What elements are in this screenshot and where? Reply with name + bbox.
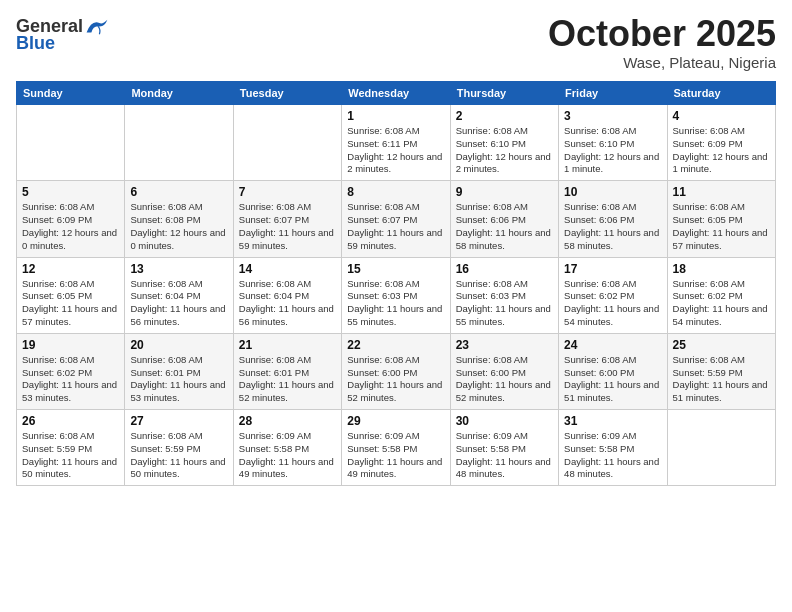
week-row-1: 5Sunrise: 6:08 AM Sunset: 6:09 PM Daylig… [17,181,776,257]
header-thursday: Thursday [450,82,558,105]
table-row: 29Sunrise: 6:09 AM Sunset: 5:58 PM Dayli… [342,410,450,486]
day-number: 28 [239,414,336,428]
table-row: 4Sunrise: 6:08 AM Sunset: 6:09 PM Daylig… [667,105,775,181]
day-number: 27 [130,414,227,428]
table-row: 13Sunrise: 6:08 AM Sunset: 6:04 PM Dayli… [125,257,233,333]
day-number: 8 [347,185,444,199]
day-info: Sunrise: 6:08 AM Sunset: 6:07 PM Dayligh… [239,201,336,252]
day-info: Sunrise: 6:08 AM Sunset: 6:02 PM Dayligh… [673,278,770,329]
calendar: Sunday Monday Tuesday Wednesday Thursday… [16,81,776,486]
table-row: 24Sunrise: 6:08 AM Sunset: 6:00 PM Dayli… [559,333,667,409]
day-number: 1 [347,109,444,123]
table-row: 25Sunrise: 6:08 AM Sunset: 5:59 PM Dayli… [667,333,775,409]
day-info: Sunrise: 6:08 AM Sunset: 6:01 PM Dayligh… [239,354,336,405]
table-row: 2Sunrise: 6:08 AM Sunset: 6:10 PM Daylig… [450,105,558,181]
day-info: Sunrise: 6:08 AM Sunset: 6:00 PM Dayligh… [456,354,553,405]
day-number: 23 [456,338,553,352]
week-row-4: 26Sunrise: 6:08 AM Sunset: 5:59 PM Dayli… [17,410,776,486]
day-number: 6 [130,185,227,199]
table-row: 6Sunrise: 6:08 AM Sunset: 6:08 PM Daylig… [125,181,233,257]
day-number: 19 [22,338,119,352]
table-row: 16Sunrise: 6:08 AM Sunset: 6:03 PM Dayli… [450,257,558,333]
header-wednesday: Wednesday [342,82,450,105]
day-number: 13 [130,262,227,276]
table-row: 19Sunrise: 6:08 AM Sunset: 6:02 PM Dayli… [17,333,125,409]
logo-blue: Blue [16,33,55,54]
day-info: Sunrise: 6:08 AM Sunset: 5:59 PM Dayligh… [130,430,227,481]
table-row: 20Sunrise: 6:08 AM Sunset: 6:01 PM Dayli… [125,333,233,409]
day-number: 12 [22,262,119,276]
table-row: 21Sunrise: 6:08 AM Sunset: 6:01 PM Dayli… [233,333,341,409]
week-row-2: 12Sunrise: 6:08 AM Sunset: 6:05 PM Dayli… [17,257,776,333]
table-row: 7Sunrise: 6:08 AM Sunset: 6:07 PM Daylig… [233,181,341,257]
day-info: Sunrise: 6:08 AM Sunset: 6:02 PM Dayligh… [22,354,119,405]
header-monday: Monday [125,82,233,105]
day-info: Sunrise: 6:08 AM Sunset: 6:06 PM Dayligh… [564,201,661,252]
table-row [233,105,341,181]
table-row: 8Sunrise: 6:08 AM Sunset: 6:07 PM Daylig… [342,181,450,257]
page: General Blue October 2025 Wase, Plateau,… [0,0,792,612]
weekday-header-row: Sunday Monday Tuesday Wednesday Thursday… [17,82,776,105]
day-info: Sunrise: 6:08 AM Sunset: 6:00 PM Dayligh… [564,354,661,405]
day-number: 26 [22,414,119,428]
day-number: 25 [673,338,770,352]
day-info: Sunrise: 6:08 AM Sunset: 5:59 PM Dayligh… [22,430,119,481]
day-info: Sunrise: 6:08 AM Sunset: 6:03 PM Dayligh… [347,278,444,329]
day-info: Sunrise: 6:08 AM Sunset: 6:10 PM Dayligh… [456,125,553,176]
day-number: 30 [456,414,553,428]
day-info: Sunrise: 6:08 AM Sunset: 6:08 PM Dayligh… [130,201,227,252]
table-row: 10Sunrise: 6:08 AM Sunset: 6:06 PM Dayli… [559,181,667,257]
day-info: Sunrise: 6:08 AM Sunset: 6:01 PM Dayligh… [130,354,227,405]
table-row: 18Sunrise: 6:08 AM Sunset: 6:02 PM Dayli… [667,257,775,333]
day-number: 14 [239,262,336,276]
table-row: 12Sunrise: 6:08 AM Sunset: 6:05 PM Dayli… [17,257,125,333]
table-row: 30Sunrise: 6:09 AM Sunset: 5:58 PM Dayli… [450,410,558,486]
day-info: Sunrise: 6:09 AM Sunset: 5:58 PM Dayligh… [239,430,336,481]
day-number: 3 [564,109,661,123]
day-info: Sunrise: 6:08 AM Sunset: 6:07 PM Dayligh… [347,201,444,252]
table-row: 22Sunrise: 6:08 AM Sunset: 6:00 PM Dayli… [342,333,450,409]
day-info: Sunrise: 6:08 AM Sunset: 6:06 PM Dayligh… [456,201,553,252]
table-row [17,105,125,181]
header: General Blue October 2025 Wase, Plateau,… [16,16,776,71]
day-number: 9 [456,185,553,199]
table-row: 28Sunrise: 6:09 AM Sunset: 5:58 PM Dayli… [233,410,341,486]
day-info: Sunrise: 6:08 AM Sunset: 6:09 PM Dayligh… [22,201,119,252]
table-row: 17Sunrise: 6:08 AM Sunset: 6:02 PM Dayli… [559,257,667,333]
table-row: 23Sunrise: 6:08 AM Sunset: 6:00 PM Dayli… [450,333,558,409]
day-info: Sunrise: 6:08 AM Sunset: 6:03 PM Dayligh… [456,278,553,329]
day-number: 7 [239,185,336,199]
day-info: Sunrise: 6:08 AM Sunset: 6:02 PM Dayligh… [564,278,661,329]
day-number: 24 [564,338,661,352]
logo-bird-icon [85,17,109,37]
week-row-3: 19Sunrise: 6:08 AM Sunset: 6:02 PM Dayli… [17,333,776,409]
day-info: Sunrise: 6:08 AM Sunset: 6:05 PM Dayligh… [22,278,119,329]
title-block: October 2025 Wase, Plateau, Nigeria [548,16,776,71]
day-number: 2 [456,109,553,123]
table-row: 27Sunrise: 6:08 AM Sunset: 5:59 PM Dayli… [125,410,233,486]
day-info: Sunrise: 6:08 AM Sunset: 6:10 PM Dayligh… [564,125,661,176]
week-row-0: 1Sunrise: 6:08 AM Sunset: 6:11 PM Daylig… [17,105,776,181]
table-row: 15Sunrise: 6:08 AM Sunset: 6:03 PM Dayli… [342,257,450,333]
table-row [667,410,775,486]
day-number: 10 [564,185,661,199]
day-info: Sunrise: 6:08 AM Sunset: 6:11 PM Dayligh… [347,125,444,176]
header-saturday: Saturday [667,82,775,105]
table-row: 9Sunrise: 6:08 AM Sunset: 6:06 PM Daylig… [450,181,558,257]
day-info: Sunrise: 6:08 AM Sunset: 6:04 PM Dayligh… [239,278,336,329]
day-number: 16 [456,262,553,276]
table-row: 11Sunrise: 6:08 AM Sunset: 6:05 PM Dayli… [667,181,775,257]
day-number: 29 [347,414,444,428]
day-info: Sunrise: 6:08 AM Sunset: 6:04 PM Dayligh… [130,278,227,329]
day-info: Sunrise: 6:09 AM Sunset: 5:58 PM Dayligh… [564,430,661,481]
table-row: 5Sunrise: 6:08 AM Sunset: 6:09 PM Daylig… [17,181,125,257]
day-number: 31 [564,414,661,428]
day-number: 20 [130,338,227,352]
day-number: 18 [673,262,770,276]
header-friday: Friday [559,82,667,105]
day-number: 4 [673,109,770,123]
day-info: Sunrise: 6:08 AM Sunset: 6:09 PM Dayligh… [673,125,770,176]
table-row: 26Sunrise: 6:08 AM Sunset: 5:59 PM Dayli… [17,410,125,486]
header-tuesday: Tuesday [233,82,341,105]
day-number: 21 [239,338,336,352]
